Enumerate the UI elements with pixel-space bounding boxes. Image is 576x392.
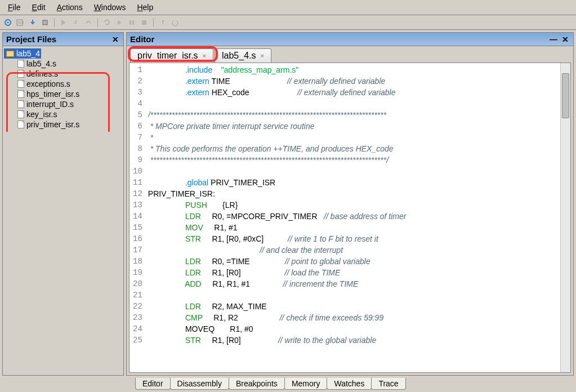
file-icon (17, 90, 24, 98)
toolbar: 010 (0, 15, 576, 30)
editor-tabs: priv_timer_isr.s × lab5_4.s × (127, 46, 573, 63)
download-icon[interactable] (28, 18, 37, 27)
separator (153, 18, 154, 27)
project-header: Project Files ✕ (3, 33, 123, 46)
file-icon (17, 100, 24, 108)
tree-file-label: key_isr.s (26, 110, 57, 119)
step-into-icon[interactable] (72, 18, 81, 27)
stop-icon[interactable] (140, 18, 149, 27)
tab-label: lab5_4.s (222, 51, 256, 61)
project-title: Project Files (6, 34, 56, 44)
tree-file[interactable]: priv_timer_isr.s (4, 119, 122, 130)
svg-rect-6 (132, 20, 134, 25)
refresh-icon[interactable] (171, 18, 180, 27)
svg-rect-5 (130, 20, 131, 25)
tree-file[interactable]: hps_timer_isr.s (4, 89, 122, 99)
tab-priv-timer-isr[interactable]: priv_timer_isr.s × (130, 48, 213, 63)
tree-file-label: lab5_4.s (26, 59, 56, 68)
scroll-thumb[interactable] (562, 73, 569, 118)
tab-close-icon[interactable]: × (261, 52, 264, 59)
tree-file-label: exceptions.s (26, 79, 70, 88)
editor-title: Editor (130, 34, 154, 44)
step-out-icon[interactable] (158, 18, 167, 27)
bottom-tab-memory[interactable]: Memory (284, 378, 328, 390)
tree-file-label: interrupt_ID.s (26, 100, 74, 109)
svg-point-1 (7, 21, 9, 23)
chip-icon[interactable] (41, 18, 50, 27)
vertical-scrollbar[interactable] (560, 63, 570, 372)
pause-icon[interactable] (127, 18, 136, 27)
restart-icon[interactable] (102, 18, 111, 27)
tree-root[interactable]: lab5_4 (4, 48, 41, 59)
close-icon[interactable]: ✕ (561, 35, 570, 44)
code-content[interactable]: .include "address_map_arm.s" .extern TIM… (148, 63, 570, 372)
menu-windows[interactable]: Windows (88, 1, 132, 14)
editor-panel: Editor — ✕ priv_timer_isr.s × lab5_4.s ×… (126, 32, 574, 376)
file-icon (17, 110, 24, 118)
editor-header: Editor — ✕ (127, 33, 573, 46)
tree-file[interactable]: exceptions.s (4, 79, 122, 89)
svg-text:010: 010 (18, 21, 24, 24)
folder-icon (6, 51, 14, 57)
menu-help[interactable]: Help (131, 1, 159, 14)
tab-close-icon[interactable]: × (203, 52, 206, 59)
code-editor[interactable]: 1234567891011121314151617181920212223242… (129, 63, 571, 373)
menu-file[interactable]: File (2, 1, 26, 14)
menu-bar: File Edit Actions Windows Help (0, 0, 576, 15)
project-files-panel: Project Files ✕ lab5_4 lab5_4.sdefines.s… (2, 32, 124, 376)
file-icon (17, 60, 24, 68)
separator (54, 18, 55, 27)
bottom-tab-trace[interactable]: Trace (371, 378, 405, 390)
play-icon[interactable] (115, 18, 124, 27)
tree-file[interactable]: defines.s (4, 69, 122, 79)
tree-file[interactable]: key_isr.s (4, 109, 122, 119)
bottom-tab-watches[interactable]: Watches (327, 378, 372, 390)
file-icon (17, 70, 24, 78)
bottom-tab-disassembly[interactable]: Disassembly (170, 378, 229, 390)
file-icon (17, 80, 24, 88)
run-icon[interactable] (59, 18, 68, 27)
bottom-tabs: Editor Disassembly Breakpoints Memory Wa… (0, 378, 576, 392)
gear-icon[interactable] (3, 18, 12, 27)
tab-lab5-4[interactable]: lab5_4.s × (215, 48, 271, 63)
project-tree: lab5_4 lab5_4.sdefines.sexceptions.shps_… (3, 46, 123, 132)
bottom-tab-editor[interactable]: Editor (135, 378, 171, 390)
tree-file-label: priv_timer_isr.s (26, 120, 79, 129)
step-over-icon[interactable] (84, 18, 93, 27)
tree-file-label: hps_timer_isr.s (26, 90, 79, 99)
tree-file[interactable]: interrupt_ID.s (4, 99, 122, 109)
menu-edit[interactable]: Edit (26, 1, 51, 14)
menu-actions[interactable]: Actions (51, 1, 88, 14)
tree-root-label: lab5_4 (16, 49, 40, 58)
tree-file-label: defines.s (26, 69, 58, 78)
line-gutter: 1234567891011121314151617181920212223242… (130, 63, 148, 372)
separator (97, 18, 98, 27)
tree-file[interactable]: lab5_4.s (4, 59, 122, 69)
svg-rect-7 (142, 20, 146, 25)
file-icon (17, 121, 24, 128)
svg-rect-4 (43, 20, 47, 25)
close-icon[interactable]: ✕ (111, 35, 120, 44)
tab-label: priv_timer_isr.s (137, 51, 198, 61)
minimize-icon[interactable]: — (548, 35, 559, 44)
bottom-tab-breakpoints[interactable]: Breakpoints (229, 378, 285, 390)
binary-icon[interactable]: 010 (16, 18, 25, 27)
